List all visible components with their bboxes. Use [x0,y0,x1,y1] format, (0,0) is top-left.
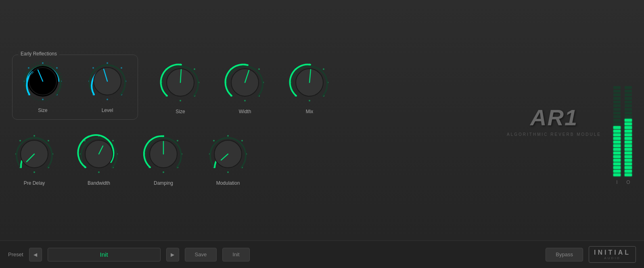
svg-point-63 [112,140,114,141]
meter-output: O [625,56,632,185]
mix-label: Mix [306,109,314,114]
logo-text: INITIAL [594,249,631,256]
svg-point-46 [309,100,310,101]
svg-point-52 [33,135,35,137]
early-reflections-group: Early Reflections [12,55,138,120]
svg-point-59 [19,140,21,141]
meters-section: I O [613,56,632,185]
er-level-label: Level [102,108,113,113]
knob-bandwidth[interactable]: Bandwidth [77,132,121,186]
next-icon: ▶ [171,252,174,257]
knob-er-size[interactable]: Size [21,59,65,113]
main-area: Early Reflections [0,0,644,241]
svg-point-82 [227,135,229,137]
svg-point-66 [98,171,100,173]
meter-input: I [613,56,621,185]
svg-point-16 [107,99,108,100]
er-size-label: Size [38,108,47,113]
knob-mix[interactable]: Mix [287,60,332,114]
row1: Early Reflections [12,55,507,120]
svg-point-19 [92,67,94,69]
svg-point-76 [163,171,164,173]
row2: Pre Delay [12,132,507,186]
preset-label: Preset [8,251,23,257]
early-reflections-label: Early Reflections [18,51,59,57]
svg-point-83 [241,140,243,141]
svg-point-2 [42,62,44,64]
svg-point-53 [48,140,49,141]
knob-pre-delay[interactable]: Pre Delay [12,132,56,186]
prev-preset-button[interactable]: ◀ [29,248,42,262]
knob-size[interactable]: Size [158,60,203,114]
knobs-section: Early Reflections [12,55,507,186]
next-preset-button[interactable]: ▶ [166,248,179,262]
svg-point-13 [121,67,122,69]
svg-point-56 [33,171,35,173]
svg-point-26 [180,100,181,101]
svg-point-23 [194,68,195,70]
ar1-title: AR1 [530,104,578,131]
svg-point-12 [107,62,108,64]
bandwidth-label: Bandwidth [88,180,110,186]
initial-logo: INITIAL AUDIO [589,246,636,263]
init-button[interactable]: Init [222,248,249,262]
preset-name-field[interactable]: Init [48,248,161,262]
pre-delay-label: Pre Delay [24,180,45,186]
save-button[interactable]: Save [185,248,217,262]
knob-damping[interactable]: Damping [141,132,186,186]
svg-point-33 [258,68,260,70]
knob-er-level[interactable]: Level [85,59,130,113]
svg-point-89 [213,140,215,141]
svg-point-43 [323,68,324,70]
knob-width[interactable]: Width [223,60,267,114]
meter-output-label: O [626,179,630,185]
width-label: Width [239,109,251,114]
logo-subtext: AUDIO [604,256,620,260]
svg-point-86 [227,171,229,173]
meter-input-label: I [616,179,617,185]
branding: AR1 ALGORITHMIC REVERB MODULE [507,104,601,137]
knob-modulation[interactable]: Modulation [206,132,250,186]
preset-name-text: Init [100,251,108,258]
ar1-subtitle: ALGORITHMIC REVERB MODULE [507,132,601,137]
svg-point-3 [56,67,58,69]
svg-point-6 [42,99,44,100]
svg-point-73 [177,140,178,141]
svg-point-36 [244,100,246,101]
svg-line-11 [38,70,43,81]
damping-label: Damping [154,180,173,186]
size-label: Size [176,109,185,114]
svg-point-9 [28,67,29,69]
modulation-label: Modulation [216,180,240,186]
bypass-button[interactable]: Bypass [546,248,583,262]
bottom-bar: Preset ◀ Init ▶ Save Init Bypass INITIAL… [0,241,644,268]
right-section: AR1 ALGORITHMIC REVERB MODULE I O [507,56,632,185]
prev-icon: ◀ [33,252,37,257]
